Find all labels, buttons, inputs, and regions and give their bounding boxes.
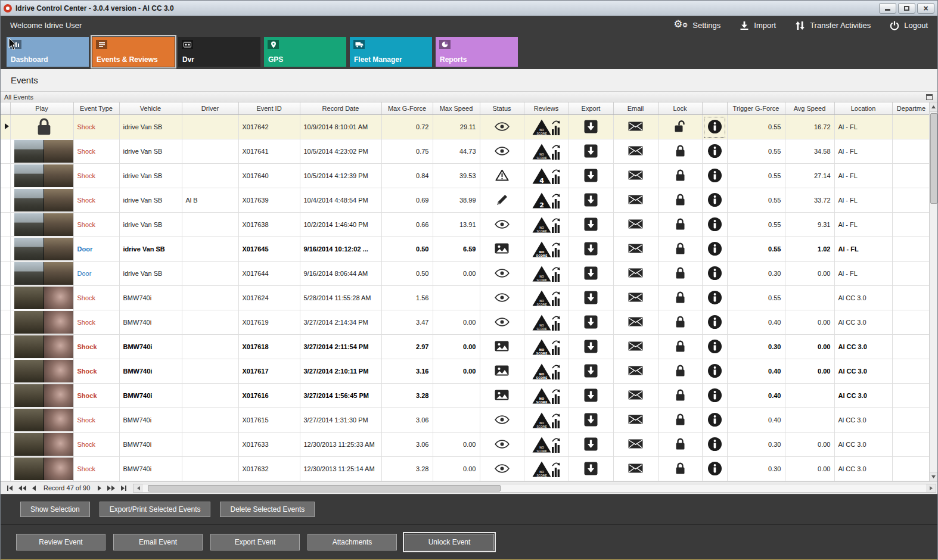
status-icon[interactable] <box>480 335 524 359</box>
status-icon[interactable] <box>480 139 524 164</box>
lock-icon[interactable] <box>658 164 702 188</box>
last-record-button[interactable] <box>118 482 129 494</box>
unlock-event-button[interactable]: Unlock Event <box>405 534 494 550</box>
export-icon[interactable] <box>569 262 613 286</box>
export-icon[interactable] <box>569 408 613 433</box>
email-icon[interactable] <box>613 164 658 188</box>
lock-icon[interactable] <box>658 457 702 481</box>
lock-icon[interactable] <box>658 359 702 384</box>
info-icon[interactable] <box>702 310 727 335</box>
event-row[interactable]: ShockBMW740iX0176183/27/2014 2:11:54 PM2… <box>1 335 930 359</box>
info-icon[interactable] <box>702 286 727 310</box>
export-print-selected-events-button[interactable]: Export/Print Selected Events <box>100 502 211 517</box>
column-header-lock[interactable]: Lock <box>658 102 702 115</box>
scroll-up-button[interactable] <box>930 102 937 112</box>
column-header-departme[interactable]: Departme <box>892 102 930 115</box>
tab-fleet-manager[interactable]: Fleet Manager <box>350 37 432 67</box>
column-header-trigger-g-force[interactable]: Trigger G-Force <box>727 102 785 115</box>
play-cell[interactable] <box>10 262 73 286</box>
review-score-icon[interactable]: NOSCORE <box>524 262 569 286</box>
review-score-icon[interactable]: NOSCORE <box>524 115 569 139</box>
play-cell[interactable] <box>10 286 73 310</box>
show-selection-button[interactable]: Show Selection <box>20 502 90 517</box>
column-header-driver[interactable]: Driver <box>182 102 238 115</box>
play-cell[interactable] <box>10 408 73 433</box>
info-icon[interactable] <box>702 237 727 262</box>
column-header-blank[interactable] <box>1 102 10 115</box>
status-icon[interactable] <box>480 408 524 433</box>
first-record-button[interactable] <box>4 482 15 494</box>
maximize-button[interactable] <box>898 3 915 14</box>
export-icon[interactable] <box>569 433 613 457</box>
column-header-avg-speed[interactable]: Avg Speed <box>785 102 834 115</box>
play-cell[interactable] <box>10 115 73 139</box>
column-header-max-g-force[interactable]: Max G-Force <box>381 102 433 115</box>
vertical-scroll-thumb[interactable] <box>930 113 937 204</box>
prev-record-button[interactable] <box>29 482 39 494</box>
event-row[interactable]: Shockidrive Van SBAl BX01763910/4/2014 4… <box>1 188 930 213</box>
tab-gps[interactable]: GPS <box>264 37 346 67</box>
export-icon[interactable] <box>569 164 613 188</box>
export-icon[interactable] <box>569 335 613 359</box>
status-icon[interactable] <box>480 433 524 457</box>
column-header-event-id[interactable]: Event ID <box>238 102 300 115</box>
email-icon[interactable] <box>613 335 658 359</box>
event-row[interactable]: ShockBMW740iX0176193/27/2014 2:14:34 PM3… <box>1 310 930 335</box>
review-score-icon[interactable]: NOSCORE <box>524 408 569 433</box>
export-icon[interactable] <box>569 213 613 237</box>
review-score-icon[interactable]: NOSCORE <box>524 433 569 457</box>
info-icon[interactable] <box>702 262 727 286</box>
review-score-icon[interactable]: NOSCORE <box>524 359 569 384</box>
info-icon[interactable] <box>702 164 727 188</box>
tab-reports[interactable]: Reports <box>436 37 518 67</box>
export-event-button[interactable]: Export Event <box>210 534 300 550</box>
info-icon[interactable] <box>702 457 727 481</box>
event-row[interactable]: ShockBMW740iX0176153/27/2014 1:31:30 PM3… <box>1 408 930 433</box>
status-icon[interactable] <box>480 188 524 213</box>
email-icon[interactable] <box>613 139 658 164</box>
play-cell[interactable] <box>10 188 73 213</box>
tab-dvr[interactable]: Dvr <box>178 37 260 67</box>
review-score-icon[interactable]: NOSCORE <box>524 237 569 262</box>
event-row[interactable]: ShockBMW740iX0176245/28/2014 11:55:28 AM… <box>1 286 930 310</box>
event-row[interactable]: Shockidrive Van SBX01763810/2/2014 1:46:… <box>1 213 930 237</box>
email-icon[interactable] <box>613 433 658 457</box>
email-icon[interactable] <box>613 359 658 384</box>
status-icon[interactable] <box>480 262 524 286</box>
email-icon[interactable] <box>613 188 658 213</box>
status-icon[interactable] <box>480 286 524 310</box>
event-row[interactable]: Shockidrive Van SBX01764210/9/2014 8:10:… <box>1 115 930 139</box>
event-row[interactable]: ShockBMW740iX0176163/27/2014 1:56:45 PM3… <box>1 384 930 408</box>
scroll-right-button[interactable] <box>926 484 936 492</box>
event-row[interactable]: Dooridrive Van SBX0176459/16/2014 10:12:… <box>1 237 930 262</box>
review-score-icon[interactable]: NOSCORE <box>524 139 569 164</box>
column-header-event-type[interactable]: Event Type <box>73 102 119 115</box>
email-icon[interactable] <box>613 457 658 481</box>
event-row[interactable]: Shockidrive Van SBX01764110/5/2014 4:23:… <box>1 139 930 164</box>
review-score-icon[interactable]: NOSCORE <box>524 310 569 335</box>
event-row[interactable]: Dooridrive Van SBX0176449/16/2014 8:06:4… <box>1 262 930 286</box>
play-cell[interactable] <box>10 433 73 457</box>
column-header-export[interactable]: Export <box>569 102 613 115</box>
email-icon[interactable] <box>613 213 658 237</box>
export-icon[interactable] <box>569 310 613 335</box>
lock-icon[interactable] <box>658 335 702 359</box>
horizontal-scroll-thumb[interactable] <box>148 485 501 491</box>
column-header-status[interactable]: Status <box>480 102 524 115</box>
event-row[interactable]: ShockBMW740iX0176173/27/2014 2:10:11 PM3… <box>1 359 930 384</box>
panel-layout-icon[interactable] <box>926 94 933 100</box>
play-cell[interactable] <box>10 164 73 188</box>
lock-icon[interactable] <box>658 262 702 286</box>
export-icon[interactable] <box>569 139 613 164</box>
horizontal-scrollbar[interactable] <box>133 484 936 493</box>
info-icon[interactable] <box>702 359 727 384</box>
next-record-button[interactable] <box>95 482 104 494</box>
status-icon[interactable] <box>480 310 524 335</box>
email-icon[interactable] <box>613 262 658 286</box>
email-icon[interactable] <box>613 286 658 310</box>
tab-dashboard[interactable]: Dashboard <box>7 37 89 67</box>
export-icon[interactable] <box>569 384 613 408</box>
lock-icon[interactable] <box>658 433 702 457</box>
title-bar[interactable]: Idrive Control Center - 3.0.4 version - … <box>1 1 937 16</box>
minimize-button[interactable] <box>879 3 896 14</box>
